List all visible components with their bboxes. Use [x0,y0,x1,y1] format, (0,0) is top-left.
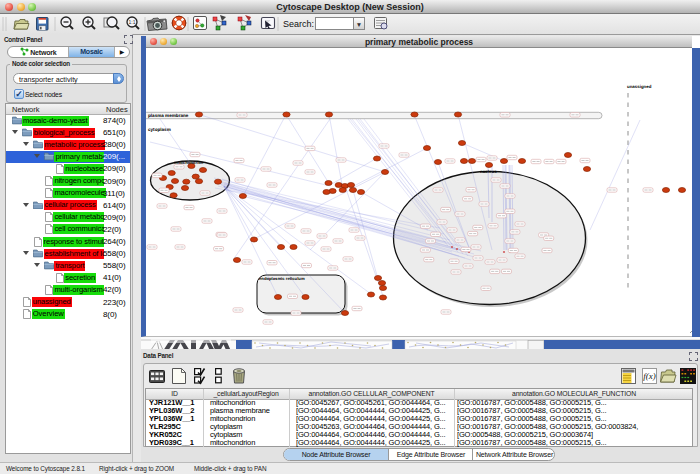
svg-text:mitochondrion: mitochondrion [174,160,204,165]
svg-text:1:1: 1:1 [129,19,136,25]
svg-text:nucleus: nucleus [480,169,497,174]
svg-text:f(x): f(x) [643,371,656,381]
svg-text:cytoplasm: cytoplasm [148,127,171,132]
svg-text:endoplasmic reticulum: endoplasmic reticulum [259,276,305,281]
svg-text:unassigned: unassigned [627,84,652,89]
svg-text:plasma membrane: plasma membrane [148,113,189,118]
